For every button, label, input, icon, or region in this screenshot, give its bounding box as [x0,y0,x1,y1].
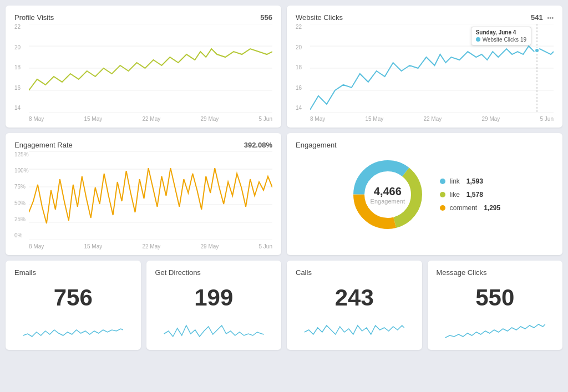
emails-title: Emails [14,268,36,277]
get-directions-header: Get Directions [155,268,273,277]
er-chart-svg-wrap [29,151,272,242]
calls-title: Calls [296,268,312,277]
profile-visits-chart: 22 20 18 16 14 [14,24,272,122]
profile-visits-header: Profile Visits 556 [14,13,272,22]
website-clicks-tooltip: Sunday, June 4 Website Clicks 19 [471,27,531,45]
website-clicks-header: Website Clicks 541 ••• [296,13,554,22]
message-clicks-title: Message Clicks [437,268,487,277]
message-clicks-header: Message Clicks [437,268,554,277]
pv-x-axis: 8 May 15 May 22 May 29 May 5 Jun [29,116,272,122]
engagement-rate-chart: 125% 100% 75% 50% 25% 0% [14,151,272,250]
engagement-card: Engagement 4,46 [287,133,562,255]
engagement-content: 4,466 Engagement link 1,593 like 1,578 [296,151,554,233]
engagement-rate-card: Engagement Rate 392.08% 125% 100% 75% 50… [6,133,281,255]
legend-comment-dot [440,205,445,211]
message-clicks-value: 550 [437,279,554,314]
svg-point-11 [535,48,539,53]
mid-row: Engagement Rate 392.08% 125% 100% 75% 50… [6,133,562,255]
calls-value: 243 [296,279,413,314]
pv-chart-svg-wrap [29,24,272,115]
engagement-legend: link 1,593 like 1,578 comment 1,295 [440,177,500,212]
wc-y-axis: 22 20 18 16 14 [296,24,308,111]
emails-value: 756 [14,279,132,314]
donut-label: Engagement [371,198,405,205]
engagement-title: Engagement [296,141,337,149]
tooltip-dot [476,37,480,42]
website-clicks-title: Website Clicks [296,13,343,22]
er-x-axis: 8 May 15 May 22 May 29 May 5 Jun [29,243,272,250]
website-clicks-chart: 22 20 18 16 14 Sunday, June 4 Website Cl… [296,24,554,122]
donut-chart: 4,466 Engagement [349,156,427,233]
legend-link: link 1,593 [440,177,500,185]
get-directions-title: Get Directions [155,268,201,277]
calls-header: Calls [296,268,413,277]
top-row: Profile Visits 556 22 20 18 16 14 [6,6,562,128]
donut-center: 4,466 Engagement [371,185,405,205]
wc-x-axis: 8 May 15 May 22 May 29 May 5 Jun [310,116,554,122]
profile-visits-value: 556 [260,13,272,22]
emails-spark [14,314,132,342]
profile-visits-card: Profile Visits 556 22 20 18 16 14 [6,6,281,128]
engagement-header: Engagement [296,141,554,149]
wc-chart-svg-wrap: Sunday, June 4 Website Clicks 19 [310,24,554,115]
message-clicks-card: Message Clicks 550 [428,261,563,350]
pv-y-axis: 22 20 18 16 14 [14,24,27,111]
legend-like: like 1,578 [440,191,500,198]
legend-like-dot [440,192,445,197]
website-clicks-value: 541 ••• [531,13,554,22]
engagement-rate-header: Engagement Rate 392.08% [14,141,272,149]
donut-total: 4,466 [371,185,405,198]
dashboard: Profile Visits 556 22 20 18 16 14 [6,6,562,350]
legend-comment: comment 1,295 [440,204,500,212]
emails-card: Emails 756 [6,261,141,350]
calls-card: Calls 243 [287,261,422,350]
er-svg [29,151,272,240]
get-directions-spark [155,314,273,342]
message-clicks-spark [437,314,554,342]
bot-row: Emails 756 Get Directions 199 Calls 243 [6,261,562,350]
engagement-rate-title: Engagement Rate [14,141,73,149]
get-directions-card: Get Directions 199 [146,261,282,350]
er-y-axis: 125% 100% 75% 50% 25% 0% [14,151,27,238]
emails-header: Emails [14,268,132,277]
calls-spark [296,314,413,342]
website-clicks-card: Website Clicks 541 ••• 22 20 18 16 14 [287,6,562,128]
legend-link-dot [440,179,445,184]
engagement-rate-value: 392.08% [244,141,272,149]
pv-svg [29,24,272,113]
profile-visits-title: Profile Visits [14,13,54,22]
get-directions-value: 199 [155,279,273,314]
